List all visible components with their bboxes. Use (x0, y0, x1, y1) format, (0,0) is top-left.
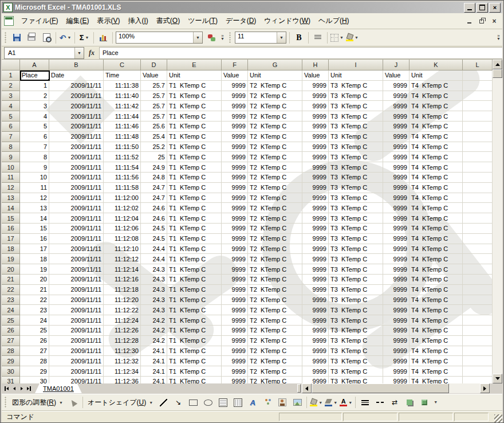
cell-B9[interactable]: 2009/11/11 (49, 152, 104, 162)
scroll-right-button[interactable] (480, 383, 490, 393)
cell-D15[interactable]: 24.6 (141, 213, 167, 224)
previous-sheet-button[interactable] (10, 384, 18, 393)
cell-H10[interactable]: 9999 (302, 162, 329, 173)
cell-K1[interactable]: Unit (410, 70, 463, 81)
last-sheet-button[interactable] (25, 384, 33, 393)
cell-J15[interactable]: 9999 (383, 213, 410, 224)
cell-I14[interactable]: T3 KTemp C (329, 203, 383, 213)
cell-B15[interactable]: 2009/11/11 (49, 213, 104, 224)
bold-button[interactable]: B (292, 32, 306, 44)
cell-E4[interactable]: T1 KTemp C (167, 101, 222, 111)
cell-F21[interactable]: 9999 (222, 275, 248, 285)
cell-I18[interactable]: T3 KTemp C (329, 244, 383, 254)
cell-J6[interactable]: 9999 (383, 122, 410, 132)
cell-E23[interactable]: T1 KTemp C (167, 295, 222, 306)
cell-B11[interactable]: 2009/11/11 (49, 173, 104, 183)
cell-C7[interactable]: 11:11:48 (104, 132, 141, 142)
cell-C9[interactable]: 11:11:52 (104, 152, 141, 162)
vertical-scroll-track[interactable] (493, 78, 502, 374)
cell-A23[interactable]: 22 (20, 295, 49, 306)
cell-F25[interactable]: 9999 (222, 315, 248, 326)
cell-B13[interactable]: 2009/11/11 (49, 193, 104, 203)
cell-B1[interactable]: Date (49, 70, 104, 81)
chevron-down-icon[interactable]: ▼ (74, 48, 84, 58)
column-header-B[interactable]: B (49, 60, 104, 70)
cell-A6[interactable]: 5 (20, 122, 49, 132)
menu-item-file[interactable]: ファイル(F) (17, 14, 62, 28)
cell-G15[interactable]: T2 KTemp C (248, 213, 302, 224)
cell-C15[interactable]: 11:12:04 (104, 213, 141, 224)
column-header-C[interactable]: C (104, 60, 141, 70)
cell-L2[interactable] (463, 81, 493, 91)
cell-E27[interactable]: T1 KTemp C (167, 336, 222, 346)
cell-I11[interactable]: T3 KTemp C (329, 173, 383, 183)
chevron-down-icon[interactable]: ▼ (193, 32, 202, 43)
cell-C18[interactable]: 11:12:10 (104, 244, 141, 254)
cell-D10[interactable]: 24.9 (141, 162, 167, 173)
zoom-combo[interactable]: 100% ▼ (116, 32, 203, 44)
cell-J31[interactable]: 9999 (383, 377, 410, 383)
row-header-7[interactable]: 7 (2, 132, 20, 142)
cell-J28[interactable]: 9999 (383, 346, 410, 357)
cell-H21[interactable]: 9999 (302, 275, 329, 285)
cell-E7[interactable]: T1 KTemp C (167, 132, 222, 142)
cell-C31[interactable]: 11:12:36 (104, 377, 141, 383)
dash-style-button[interactable] (372, 396, 387, 409)
cell-E9[interactable]: T1 KTemp C (167, 152, 222, 162)
undo-button[interactable]: ↶▼ (58, 32, 73, 44)
cell-I12[interactable]: T3 KTemp C (329, 183, 383, 193)
cell-I20[interactable]: T3 KTemp C (329, 264, 383, 275)
vertical-text-box-button[interactable] (230, 396, 245, 409)
cell-E8[interactable]: T1 KTemp C (167, 142, 222, 152)
cell-B7[interactable]: 2009/11/11 (49, 132, 104, 142)
row-header-6[interactable]: 6 (2, 122, 20, 132)
cell-B25[interactable]: 2009/11/11 (49, 315, 104, 326)
cell-J27[interactable]: 9999 (383, 336, 410, 346)
workbook-minimize-button[interactable] (466, 18, 472, 25)
cell-C28[interactable]: 11:12:30 (104, 346, 141, 357)
scroll-up-button[interactable] (493, 60, 502, 69)
cell-G19[interactable]: T2 KTemp C (248, 254, 302, 264)
cell-H16[interactable]: 9999 (302, 224, 329, 234)
cell-C8[interactable]: 11:11:50 (104, 142, 141, 152)
cell-G23[interactable]: T2 KTemp C (248, 295, 302, 306)
cell-K31[interactable]: T4 KTemp C (410, 377, 463, 383)
cell-D24[interactable]: 24.3 (141, 305, 167, 315)
cell-H25[interactable]: 9999 (302, 315, 329, 326)
cell-L21[interactable] (463, 275, 493, 285)
cell-C19[interactable]: 11:12:12 (104, 254, 141, 264)
cell-F17[interactable]: 9999 (222, 234, 248, 244)
cell-K11[interactable]: T4 KTemp C (410, 173, 463, 183)
cell-H1[interactable]: Value (302, 70, 329, 81)
cell-L30[interactable] (463, 366, 493, 377)
cell-C27[interactable]: 11:12:28 (104, 336, 141, 346)
cell-H6[interactable]: 9999 (302, 122, 329, 132)
cell-D13[interactable]: 24.7 (141, 193, 167, 203)
next-sheet-button[interactable] (18, 384, 25, 393)
cell-A24[interactable]: 23 (20, 305, 49, 315)
standard-toolbar-grip[interactable] (5, 32, 7, 44)
cell-B19[interactable]: 2009/11/11 (49, 254, 104, 264)
cell-G5[interactable]: T2 KTemp C (248, 111, 302, 122)
cell-A21[interactable]: 20 (20, 275, 49, 285)
cell-H31[interactable]: 9999 (302, 377, 329, 383)
cell-E30[interactable]: T1 KTemp C (167, 366, 222, 377)
cell-B29[interactable]: 2009/11/11 (49, 356, 104, 366)
arrow-style-button[interactable]: ⇄ (387, 396, 402, 409)
minimize-button[interactable] (464, 3, 475, 13)
row-header-28[interactable]: 28 (2, 346, 20, 357)
cell-J23[interactable]: 9999 (383, 295, 410, 306)
cell-B26[interactable]: 2009/11/11 (49, 326, 104, 336)
cell-L15[interactable] (463, 213, 493, 224)
cell-B4[interactable]: 2009/11/11 (49, 101, 104, 111)
cell-C4[interactable]: 11:11:42 (104, 101, 141, 111)
cell-B17[interactable]: 2009/11/11 (49, 234, 104, 244)
cell-F4[interactable]: 9999 (222, 101, 248, 111)
cell-H11[interactable]: 9999 (302, 173, 329, 183)
cell-F20[interactable]: 9999 (222, 264, 248, 275)
cell-J8[interactable]: 9999 (383, 142, 410, 152)
cell-D4[interactable]: 25.7 (141, 101, 167, 111)
cell-A27[interactable]: 26 (20, 336, 49, 346)
cell-B8[interactable]: 2009/11/11 (49, 142, 104, 152)
cell-I17[interactable]: T3 KTemp C (329, 234, 383, 244)
